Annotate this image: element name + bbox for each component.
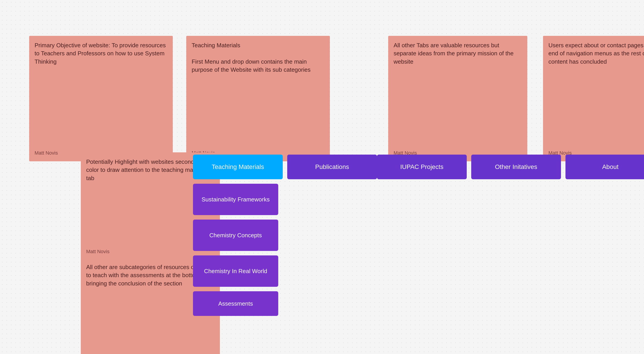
nav-about[interactable]: About [566,155,644,179]
dropdown-chemistry-concepts[interactable]: Chemistry Concepts [193,220,278,251]
nav-iupac-projects-label: IUPAC Projects [400,163,444,171]
nav-teaching-materials[interactable]: Teaching Materials [193,155,283,179]
nav-iupac-projects[interactable]: IUPAC Projects [377,155,467,179]
nav-about-label: About [602,163,618,171]
nav-teaching-materials-label: Teaching Materials [212,163,264,171]
note-users-expect: Users expect about or contact pages to b… [543,36,644,161]
note-other-tabs: All other Tabs are valuable resources bu… [388,36,527,161]
note-teaching-materials-text: Teaching Materials First Menu and drop d… [192,41,324,74]
note-users-expect-text: Users expect about or contact pages to b… [548,41,644,66]
dropdown-chemistry-concepts-label: Chemistry Concepts [209,232,262,239]
nav-other-initiatives-label: Other Initatives [495,163,537,171]
dropdown-assessments-label: Assessments [218,300,253,307]
nav-publications-label: Publications [315,163,349,171]
note-other-tabs-text: All other Tabs are valuable resources bu… [394,41,522,66]
note-teaching-materials: Teaching Materials First Menu and drop d… [186,36,330,161]
nav-publications[interactable]: Publications [287,155,377,179]
nav-other-initiatives[interactable]: Other Initatives [471,155,561,179]
dropdown-chemistry-in-real-world[interactable]: Chemistry In Real World [193,255,278,287]
note-primary-objective-text: Primary Objective of website: To provide… [34,41,168,66]
dropdown-sustainability-frameworks-label: Sustainability Frameworks [202,196,270,203]
canvas: Primary Objective of website: To provide… [0,0,644,354]
dropdown-sustainability-frameworks[interactable]: Sustainability Frameworks [193,184,278,215]
note-primary-objective: Primary Objective of website: To provide… [29,36,173,161]
dropdown-chemistry-in-real-world-label: Chemistry In Real World [204,268,267,275]
dropdown-assessments[interactable]: Assessments [193,291,278,316]
